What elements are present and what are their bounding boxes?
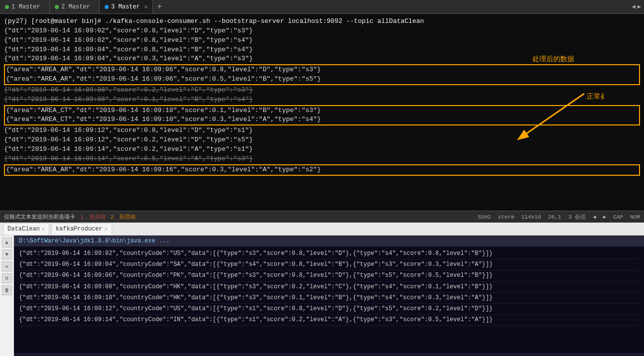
data-line-5: {"area":"AREA_AR","dt":"2019-06-14 16:09… [6,65,638,75]
bottom-data-line-4: {"dt":"2019-06-14 16:09:08","countryCode… [19,282,639,293]
highlighted-group-3: {"area":"AREA_AR","dt":"2019-06-14 16:09… [4,164,640,176]
terminal-size: 114x16 [521,214,541,220]
svg-line-0 [519,94,584,138]
nav-left-arrow[interactable]: ◀ [632,3,636,10]
num-lock: NUM [630,214,640,220]
cursor-position: 26,1 [548,214,561,220]
bottom-header: D:\SoftWare\Java\jdk1.8.0\bin\java.exe .… [14,236,644,246]
bottom-tab-dataclean-close[interactable]: ✕ [42,226,45,232]
status-copy-text: 仅格式文本发送到当前选项卡 [4,213,75,221]
data-line-2: {"dt":"2019-06-14 16:09:02","score":0.8,… [4,36,640,45]
command-line: (py27) [root@master bin]# ./kafka-consol… [4,17,640,26]
annotation-processed: 处理后的数据 [532,54,574,64]
highlighted-group-1: {"area":"AREA_AR","dt":"2019-06-14 16:09… [4,64,640,85]
bottom-tab-kafkaproducer-close[interactable]: ✕ [104,226,107,232]
status-label-second: 2、后启动 [111,213,136,221]
bottom-sidebar: ▲ ▼ ⇌ ⊟ 🗑 [0,236,14,356]
tab-2-master[interactable]: 2 Master [50,0,100,13]
ssh-label: SSH2 [478,214,490,220]
bottom-data-line-5: {"dt":"2019-06-14 16:09:10","countryCode… [19,293,639,304]
status-label-first: 1、先启动 [80,213,106,221]
tab-dot-blue [105,5,109,9]
bottom-main: D:\SoftWare\Java\jdk1.8.0\bin\java.exe .… [14,236,644,356]
sidebar-btn-wrap[interactable]: ⇌ [2,261,12,271]
status-right-group: SSH2 xterm 114x16 26,1 3 会话 ◀ ▶ CAP NUM [478,213,640,221]
tab-add-button[interactable]: + [153,0,166,14]
tab-dot-green2 [55,5,59,9]
bottom-data-line-7: {"dt":"2019-06-14 16:09:14","countryCode… [19,315,639,326]
tab-dot-green [5,5,9,9]
nav-arrow-right[interactable]: ▶ [603,214,607,220]
data-line-6: {"area":"AREA_AR","dt":"2019-06-14 16:09… [6,75,638,84]
tab-3-label: 3 Master [111,3,140,10]
bottom-data-line-6: {"dt":"2019-06-14 16:09:12","countryCode… [19,304,639,315]
bottom-tab-dataclean-label: DataClean [7,226,40,233]
bottom-data-line-3: {"dt":"2019-06-14 16:09:06","countryCode… [19,270,639,281]
caps-lock: CAP [613,214,623,220]
terminal-area: (py27) [root@master bin]# ./kafka-consol… [0,14,644,211]
sessions-count: 3 会话 [568,213,586,221]
data-line-15: {"area":"AREA_AR","dt":"2019-06-14 16:09… [6,165,638,175]
bottom-panel: DataClean ✕ kafkaProducer ✕ ▲ ▼ ⇌ ⊟ 🗑 D:… [0,223,644,356]
tab-1-label: 1 Master [11,3,40,10]
bottom-tab-kafkaproducer[interactable]: kafkaProducer ✕ [51,223,112,235]
sidebar-btn-clear[interactable]: 🗑 [2,285,12,295]
data-line-14: {"dt":"2019-06-14 16:09:14","score":0.5,… [4,154,640,164]
sidebar-btn-up[interactable]: ▲ [2,237,12,247]
tab-2-label: 2 Master [61,3,90,10]
tab-3-master[interactable]: 3 Master ✕ [100,0,153,13]
nav-right-arrow[interactable]: ▶ [638,3,641,10]
sidebar-btn-filter[interactable]: ⊟ [2,273,12,283]
bottom-data-line-1: {"dt":"2019-06-14 16:09:02","countryCode… [19,248,639,259]
data-line-1: {"dt":"2019-06-14 16:09:02","score":0.8,… [4,26,640,36]
xterm-label: xterm [498,214,514,220]
bottom-data-area: {"dt":"2019-06-14 16:09:02","countryCode… [14,246,644,353]
status-bar: 仅格式文本发送到当前选项卡 1、先启动 2、后启动 SSH2 xterm 114… [0,211,644,223]
tab-3-close[interactable]: ✕ [145,3,148,10]
bottom-tab-kafkaproducer-label: kafkaProducer [56,226,103,233]
tab-1-master[interactable]: 1 Master [0,0,50,13]
bottom-tab-dataclean[interactable]: DataClean ✕ [3,223,49,235]
svg-text:正常处理的数据: 正常处理的数据 [587,92,604,100]
arrow-annotation: 正常处理的数据 [504,89,604,153]
tab-bar: 1 Master 2 Master 3 Master ✕ + ◀ ▶ [0,0,644,14]
bottom-content: ▲ ▼ ⇌ ⊟ 🗑 D:\SoftWare\Java\jdk1.8.0\bin\… [0,236,644,356]
nav-arrow-left[interactable]: ◀ [593,214,596,220]
tab-nav-arrows: ◀ ▶ [632,3,644,10]
bottom-data-line-2: {"dt":"2019-06-14 16:09:04","countryCode… [19,259,639,270]
bottom-tab-bar: DataClean ✕ kafkaProducer ✕ [0,223,644,236]
sidebar-btn-down[interactable]: ▼ [2,249,12,259]
data-line-3: {"dt":"2019-06-14 16:09:04","score":0.8,… [4,45,640,55]
